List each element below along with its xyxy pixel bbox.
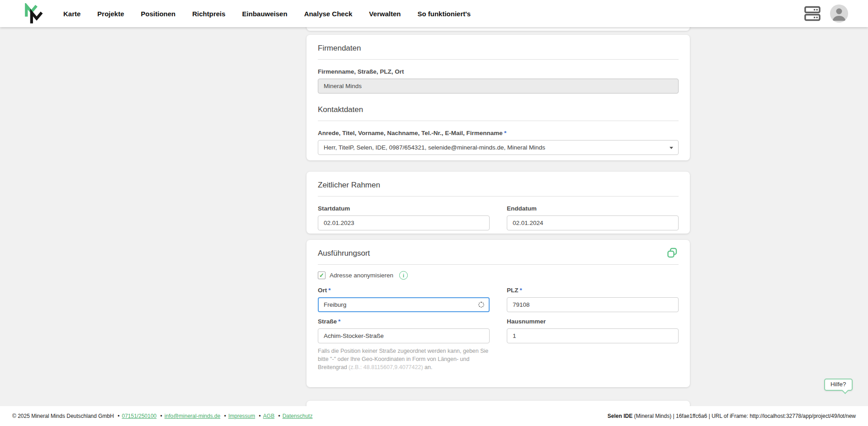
- ort-input[interactable]: [318, 297, 490, 312]
- kontaktdaten-title: Kontaktdaten: [318, 105, 679, 114]
- ide-name: Selen IDE: [608, 413, 632, 419]
- nav-item-positionen[interactable]: Positionen: [141, 10, 176, 18]
- anonymize-checkbox[interactable]: ✓: [318, 272, 326, 279]
- separator-dot: •: [118, 413, 119, 419]
- strasse-label-text: Straße: [318, 318, 337, 325]
- separator-dot: •: [160, 413, 162, 419]
- help-button[interactable]: Hilfe?: [824, 379, 853, 391]
- company-name-field: [318, 79, 679, 94]
- dropdown-caret-icon: [670, 147, 673, 149]
- strasse-input[interactable]: [318, 328, 490, 343]
- divider: [318, 59, 679, 60]
- top-navigation-bar: Karte Projekte Positionen Richtpreis Ein…: [0, 0, 868, 27]
- ort-label-text: Ort: [318, 287, 327, 294]
- plz-input[interactable]: [507, 297, 679, 312]
- nav-item-karte[interactable]: Karte: [63, 10, 80, 18]
- contact-label: Anrede, Titel, Vorname, Nachname, Tel.-N…: [318, 130, 679, 136]
- ausfuehrungsort-card: Ausführungsort ✓ Adresse anonymisieren i…: [307, 240, 690, 387]
- separator-dot: •: [278, 413, 280, 419]
- company-label: Firmenname, Straße, PLZ, Ort: [318, 68, 679, 75]
- footer-link-impressum[interactable]: Impressum: [228, 413, 255, 419]
- nav-item-richtpreis[interactable]: Richtpreis: [192, 10, 225, 18]
- divider: [318, 264, 679, 265]
- plz-label: PLZ*: [507, 287, 679, 294]
- hausnummer-input[interactable]: [507, 328, 679, 343]
- helper-text-suffix: an.: [423, 364, 433, 370]
- footer-link-phone[interactable]: 07151/250100: [122, 413, 157, 419]
- anonymize-label[interactable]: Adresse anonymisieren: [330, 272, 393, 279]
- separator-dot: •: [259, 413, 261, 419]
- required-marker: *: [328, 287, 330, 294]
- enddatum-input[interactable]: [507, 215, 679, 230]
- nav-item-verwalten[interactable]: Verwalten: [369, 10, 401, 18]
- separator-dot: •: [224, 413, 226, 419]
- helper-text-example: (z.B.: 48.8115607,9.4077422): [349, 364, 423, 370]
- nav-item-analyse-check[interactable]: Analyse Check: [304, 10, 353, 18]
- nav-item-projekte[interactable]: Projekte: [97, 10, 124, 18]
- person-icon: [830, 5, 848, 23]
- server-dns-icon[interactable]: [804, 5, 821, 22]
- footer-link-agb[interactable]: AGB: [263, 413, 274, 419]
- strasse-label: Straße*: [318, 318, 490, 325]
- main-nav: Karte Projekte Positionen Richtpreis Ein…: [63, 0, 471, 27]
- speech-bubble-tail: [841, 387, 849, 394]
- loading-spinner-icon: [478, 302, 484, 308]
- copy-icon[interactable]: [666, 247, 678, 259]
- footer-bar: © 2025 Mineral Minds Deutschland GmbH •0…: [0, 406, 868, 426]
- ort-label: Ort*: [318, 287, 490, 294]
- info-icon[interactable]: i: [399, 271, 408, 280]
- mineral-minds-logo-icon[interactable]: [22, 3, 45, 25]
- footer-link-email[interactable]: info@mineral-minds.de: [165, 413, 221, 419]
- copyright-text: © 2025 Mineral Minds Deutschland GmbH: [12, 413, 114, 419]
- startdatum-input[interactable]: [318, 215, 490, 230]
- nav-item-so-funktionierts[interactable]: So funktioniert's: [417, 10, 471, 18]
- user-avatar[interactable]: [830, 5, 848, 23]
- strasse-helper-text: Falls die Position keiner Straße zugeord…: [318, 347, 495, 371]
- contact-select[interactable]: Herr, TitelP, Selen, IDE, 0987/654321, s…: [318, 140, 679, 155]
- enddatum-label: Enddatum: [507, 205, 679, 212]
- required-marker: *: [520, 287, 522, 294]
- zeitlicher-rahmen-title: Zeitlicher Rahmen: [318, 181, 679, 190]
- help-button-label: Hilfe?: [830, 381, 846, 388]
- footer-left: © 2025 Mineral Minds Deutschland GmbH •0…: [12, 413, 312, 419]
- contact-label-text: Anrede, Titel, Vorname, Nachname, Tel.-N…: [318, 130, 503, 136]
- footer-debug-info: Selen IDE (Mineral Minds) | 16fae1ffc6a6…: [608, 413, 856, 419]
- contact-select-value: Herr, TitelP, Selen, IDE, 0987/654321, s…: [324, 144, 545, 151]
- required-marker: *: [338, 318, 340, 325]
- required-marker: *: [504, 130, 506, 136]
- hausnummer-label: Hausnummer: [507, 318, 679, 325]
- zeitlicher-rahmen-card: Zeitlicher Rahmen Startdatum Enddatum: [307, 172, 690, 234]
- ausfuehrungsort-title: Ausführungsort: [318, 249, 679, 258]
- plz-label-text: PLZ: [507, 287, 519, 294]
- nav-item-einbauweisen[interactable]: Einbauweisen: [242, 10, 288, 18]
- firmendaten-title: Firmendaten: [318, 44, 679, 53]
- startdatum-label: Startdatum: [318, 205, 490, 212]
- divider: [318, 121, 679, 121]
- footer-link-datenschutz[interactable]: Datenschutz: [283, 413, 313, 419]
- iframe-url-text: (Mineral Minds) | 16fae1ffc6a6 | URL of …: [632, 413, 856, 419]
- firmendaten-card: Firmendaten Firmenname, Straße, PLZ, Ort…: [307, 35, 690, 160]
